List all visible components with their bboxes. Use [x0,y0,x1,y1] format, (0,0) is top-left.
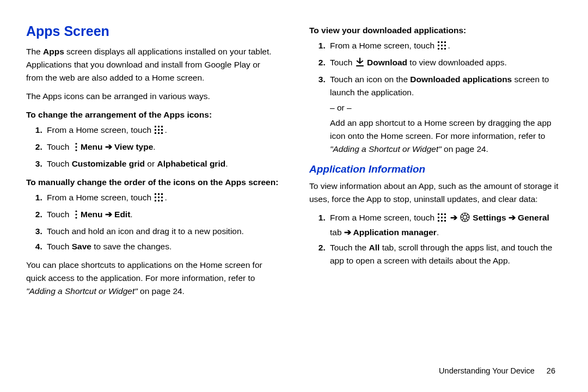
step: Touch Customizable grid or Alphabetical … [45,157,279,170]
download-icon [356,58,364,71]
apps-grid-icon [154,125,164,138]
manual-page: Apps Screen The Apps screen displays all… [0,0,588,314]
or-separator: – or – [330,101,562,114]
step: Touch Save to save the changes. [45,240,279,253]
apps-grid-icon [437,41,447,54]
steps-manual-order: From a Home screen, touch . Touch Menu ➔… [26,191,279,253]
steps-change-arrangement: From a Home screen, touch . Touch Menu ➔… [26,124,279,170]
step: From a Home screen, touch . [328,39,562,54]
step: Touch and hold an icon and drag it to a … [45,225,279,238]
step: From a Home screen, touch . [45,191,279,206]
apps-grid-icon [154,193,164,206]
menu-icon [72,210,78,223]
lead-view-downloaded: To view your downloaded applications: [309,24,562,37]
step: Touch the All tab, scroll through the ap… [328,241,562,267]
footer-page-number: 26 [547,366,555,375]
step: Touch Download to view downloaded apps. [328,56,562,71]
settings-gear-icon [460,212,470,226]
right-column: To view your downloaded applications: Fr… [309,21,562,303]
step: Touch Menu ➔ Edit. [45,208,279,223]
step: Touch Menu ➔ View type. [45,140,279,155]
apps-icons-arranged: The Apps icons can be arranged in variou… [26,90,279,103]
left-column: Apps Screen The Apps screen displays all… [26,21,279,303]
footer-chapter: Understanding Your Device [439,366,535,375]
apps-screen-intro: The Apps screen displays all application… [26,45,279,84]
steps-app-info: From a Home screen, touch ➔ Settings ➔ G… [309,211,562,267]
subsection-title-app-info: Application Information [309,161,562,177]
step: Touch an icon on the Downloaded applicat… [328,73,562,156]
step: From a Home screen, touch . [45,124,279,138]
menu-icon [72,142,78,155]
step: From a Home screen, touch ➔ Settings ➔ G… [328,211,562,239]
shortcuts-info: You can place shortcuts to applications … [26,259,279,298]
section-title-apps-screen: Apps Screen [26,21,279,42]
page-footer: Understanding Your Device 26 [439,365,555,377]
lead-change-arrangement: To change the arrangement of the Apps ic… [26,108,279,121]
lead-manual-order: To manually change the order of the icon… [26,176,279,189]
app-info-intro: To view information about an App, such a… [309,180,562,206]
apps-grid-icon [437,213,447,226]
steps-view-downloaded: From a Home screen, touch . Touch Downlo… [309,39,562,156]
